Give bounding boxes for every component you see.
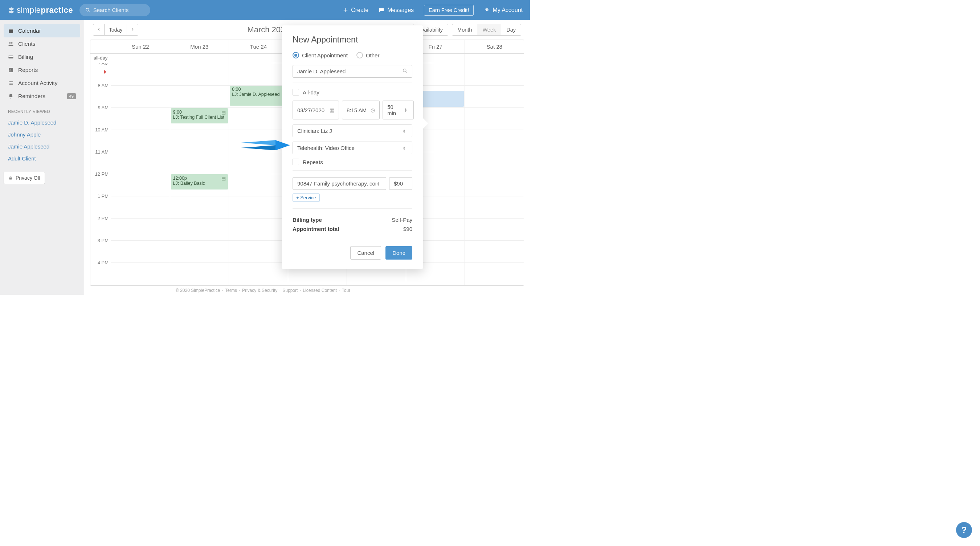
reminders-badge: 49	[67, 93, 76, 99]
allday-label: all-day	[91, 54, 111, 63]
bell-icon	[8, 93, 14, 99]
svg-rect-4	[9, 29, 13, 30]
chevron-right-icon	[130, 27, 134, 32]
view-group: Month Week Day	[452, 24, 521, 36]
svg-point-6	[11, 42, 13, 43]
svg-rect-13	[9, 81, 10, 82]
time-column: 7 AM8 AM9 AM10 AM11 AM12 PM1 PM2 PM3 PM4…	[91, 63, 111, 285]
fee-field[interactable]: $90	[389, 177, 412, 190]
cancel-button[interactable]: Cancel	[350, 246, 381, 259]
chart-icon	[8, 67, 14, 73]
day-header: Sun 22	[111, 40, 170, 53]
footer: © 2020 SimplePractice · Terms · Privacy …	[169, 288, 358, 293]
svg-rect-14	[10, 81, 13, 82]
location-select[interactable]: Telehealth: Video Office ▴▾	[293, 142, 412, 154]
recent-link[interactable]: Jamie Appleseed	[4, 140, 80, 153]
nav-clients[interactable]: Clients	[4, 37, 80, 51]
search-icon	[402, 68, 407, 75]
done-button[interactable]: Done	[385, 246, 412, 259]
nav-account-activity[interactable]: Account Activity	[4, 76, 80, 90]
lock-icon	[8, 175, 13, 180]
sidebar: Calendar Clients Billing Reports Account…	[0, 20, 84, 295]
recent-link[interactable]: Adult Client	[4, 153, 80, 164]
butterfly-icon	[7, 6, 15, 14]
recent-link[interactable]: Jamie D. Appleseed	[4, 116, 80, 129]
day-header: Mon 23	[170, 40, 229, 53]
allday-checkbox[interactable]: All-day	[293, 89, 412, 96]
people-icon	[8, 41, 14, 47]
earn-credit-button[interactable]: Earn Free Credit!	[424, 5, 474, 16]
nav-calendar[interactable]: Calendar	[4, 24, 80, 37]
radio-client-appointment[interactable]: Client Appointment	[293, 52, 348, 59]
today-button[interactable]: Today	[105, 24, 127, 35]
day-header: Sat 28	[465, 40, 524, 53]
duration-field[interactable]: 50 min ▴▾	[383, 100, 414, 119]
chevron-left-icon	[97, 27, 100, 32]
view-day[interactable]: Day	[501, 24, 521, 35]
footer-link[interactable]: Terms	[225, 288, 237, 293]
footer-link[interactable]: Support	[282, 288, 298, 293]
svg-point-5	[9, 42, 11, 43]
chat-icon	[379, 7, 384, 13]
service-select[interactable]: 90847 Family psychotherapy, conj ▴▾	[293, 177, 386, 190]
billing-type-value: Self-Pay	[391, 217, 412, 223]
list-icon	[8, 80, 14, 86]
logo: simplepractice	[7, 5, 73, 15]
clock-icon: ◷	[371, 107, 375, 113]
privacy-toggle[interactable]: Privacy Off	[4, 172, 45, 184]
calendar-icon	[8, 28, 14, 34]
date-field[interactable]: 03/27/2020 ▦	[293, 100, 339, 119]
total-label: Appointment total	[293, 226, 339, 232]
footer-link[interactable]: Tour	[342, 288, 350, 293]
updown-icon: ▴▾	[377, 181, 382, 186]
svg-rect-19	[10, 178, 12, 180]
prev-button[interactable]	[93, 24, 105, 35]
nav-reports[interactable]: Reports	[4, 64, 80, 76]
svg-line-1	[89, 11, 90, 12]
gear-icon	[484, 7, 490, 13]
time-field[interactable]: 8:15 AM ◷	[342, 100, 380, 119]
now-indicator	[104, 70, 107, 74]
my-account-button[interactable]: My Account	[484, 7, 523, 13]
card-icon	[8, 54, 14, 60]
nav-billing[interactable]: Billing	[4, 51, 80, 64]
footer-link[interactable]: Privacy & Security	[242, 288, 277, 293]
radio-other[interactable]: Other	[356, 52, 380, 59]
search-box[interactable]	[80, 4, 150, 16]
updown-icon: ▴▾	[405, 108, 409, 112]
calendar-icon: ▦	[329, 107, 334, 113]
svg-point-0	[86, 8, 89, 11]
recently-viewed-header: RECENTLY VIEWED	[4, 103, 80, 116]
search-icon	[85, 7, 91, 13]
repeats-checkbox[interactable]: Repeats	[293, 159, 412, 165]
svg-rect-10	[10, 70, 10, 72]
updown-icon: ▴▾	[403, 146, 407, 150]
total-value: $90	[403, 226, 412, 232]
app-header: simplepractice Create Messages Earn Free…	[0, 0, 530, 20]
svg-line-21	[406, 72, 407, 73]
new-appointment-modal: New Appointment Client Appointment Other…	[282, 25, 423, 269]
create-button[interactable]: Create	[343, 7, 368, 13]
client-search-input[interactable]	[297, 68, 402, 75]
search-input[interactable]	[93, 7, 145, 13]
plus-icon	[343, 8, 348, 13]
add-service-button[interactable]: + Service	[293, 194, 320, 202]
next-button[interactable]	[127, 24, 138, 35]
date-nav-group: Today	[93, 24, 138, 36]
svg-rect-17	[9, 84, 10, 84]
svg-rect-11	[11, 69, 11, 72]
nav-reminders[interactable]: Reminders 49	[4, 90, 80, 103]
messages-button[interactable]: Messages	[379, 7, 414, 13]
svg-point-20	[403, 69, 406, 72]
clinician-select[interactable]: Clinician: Liz J ▴▾	[293, 124, 412, 137]
svg-rect-8	[8, 56, 13, 57]
client-search-field[interactable]	[293, 65, 412, 78]
billing-type-label: Billing type	[293, 217, 322, 223]
modal-title: New Appointment	[293, 35, 412, 45]
footer-link[interactable]: Licensed Content	[303, 288, 336, 293]
view-week[interactable]: Week	[477, 24, 501, 35]
view-month[interactable]: Month	[452, 24, 477, 35]
day-header: Tue 24	[229, 40, 288, 53]
recent-link[interactable]: Johnny Apple	[4, 129, 80, 140]
svg-rect-18	[10, 84, 13, 84]
